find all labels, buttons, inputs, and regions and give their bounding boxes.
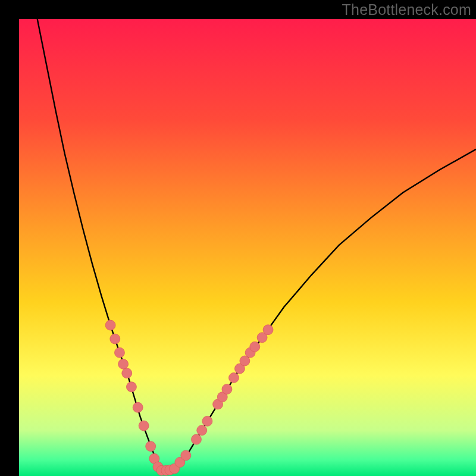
- highlighted-dot: [139, 421, 149, 431]
- highlighted-dot: [118, 359, 129, 369]
- chart-frame: TheBottleneck.com: [0, 0, 476, 476]
- highlighted-dot: [197, 425, 207, 436]
- highlighted-dot: [115, 347, 125, 358]
- highlighted-dot: [110, 334, 120, 344]
- chart-svg: [19, 19, 476, 476]
- highlighted-dot: [133, 402, 143, 412]
- highlighted-dot: [105, 320, 115, 330]
- highlighted-dot: [229, 372, 239, 383]
- highlighted-dot: [126, 382, 136, 392]
- highlighted-dot: [263, 325, 273, 335]
- attribution-label: TheBottleneck.com: [342, 1, 471, 18]
- highlighted-dot: [146, 441, 156, 452]
- plot-area: [19, 19, 476, 476]
- highlighted-dot: [181, 450, 191, 461]
- highlighted-dot: [222, 384, 232, 394]
- highlighted-dot: [250, 342, 260, 352]
- highlighted-dot: [122, 368, 132, 378]
- highlighted-dot: [202, 416, 212, 426]
- highlighted-dot: [192, 434, 202, 444]
